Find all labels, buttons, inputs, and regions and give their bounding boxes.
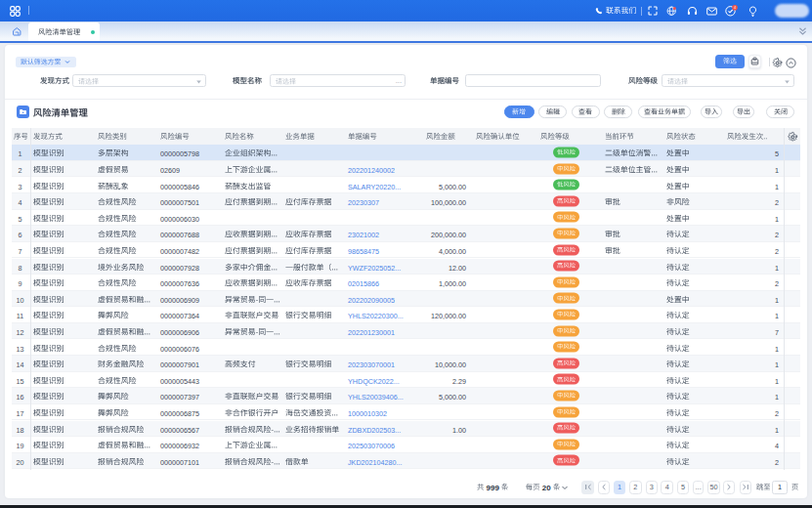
svg-text:4: 4 bbox=[734, 6, 736, 10]
